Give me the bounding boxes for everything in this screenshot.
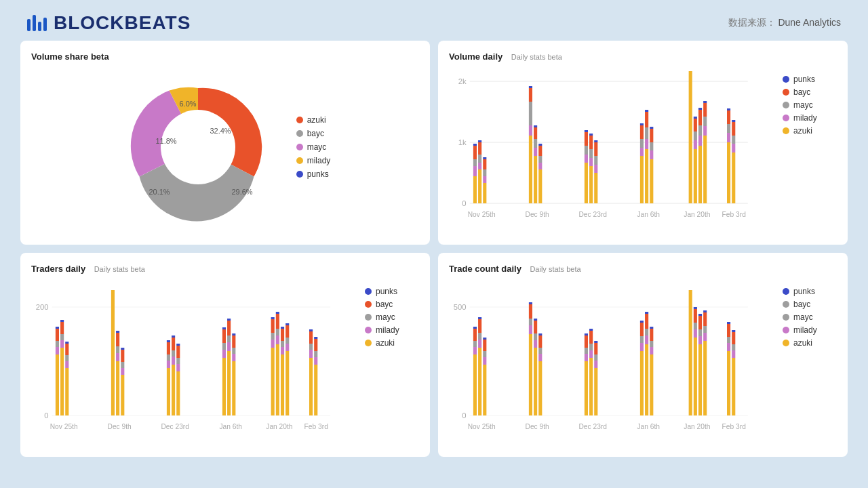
svg-text:Nov 25th: Nov 25th [468, 423, 496, 430]
legend-dot-milady [296, 157, 303, 164]
svg-rect-258 [689, 290, 692, 415]
svg-rect-163 [276, 344, 279, 415]
legend-tc-bayc: bayc [783, 300, 837, 309]
svg-rect-27 [534, 148, 537, 156]
svg-rect-66 [689, 71, 692, 203]
svg-rect-11 [478, 169, 481, 203]
svg-rect-37 [585, 155, 588, 163]
volume-daily-body: 2k 1k 0 [449, 68, 837, 230]
svg-rect-245 [640, 336, 644, 343]
svg-rect-154 [232, 354, 235, 361]
svg-rect-201 [473, 329, 477, 341]
td-bar-nov25 [56, 320, 68, 415]
svg-rect-44 [589, 136, 593, 149]
svg-rect-172 [281, 327, 284, 329]
svg-rect-76 [698, 108, 702, 110]
traders-daily-legend: punks bayc mayc milady azuki [365, 280, 419, 443]
svg-rect-108 [60, 340, 64, 348]
svg-rect-236 [589, 331, 593, 344]
svg-rect-61 [650, 159, 653, 203]
svg-rect-181 [309, 331, 313, 344]
svg-rect-115 [65, 344, 68, 355]
bar-group-jan20 [689, 71, 707, 203]
svg-rect-206 [478, 319, 481, 333]
svg-rect-140 [176, 358, 180, 364]
svg-rect-26 [534, 156, 537, 203]
svg-rect-21 [529, 136, 532, 203]
svg-rect-202 [473, 327, 477, 329]
svg-rect-155 [232, 348, 235, 354]
svg-rect-58 [645, 127, 648, 139]
svg-rect-25 [529, 86, 532, 88]
svg-rect-266 [698, 329, 702, 336]
svg-rect-65 [650, 127, 653, 129]
svg-text:500: 500 [454, 303, 467, 311]
svg-rect-114 [65, 355, 68, 361]
svg-rect-118 [116, 361, 119, 415]
svg-text:Jan 6th: Jan 6th [637, 423, 660, 430]
svg-rect-180 [309, 344, 313, 350]
svg-rect-41 [589, 166, 593, 203]
svg-rect-77 [703, 136, 707, 203]
legend-tc-mayc: mayc [783, 312, 837, 322]
svg-rect-219 [534, 340, 537, 348]
svg-rect-120 [116, 346, 119, 353]
svg-rect-169 [281, 347, 284, 354]
svg-rect-246 [640, 323, 644, 336]
svg-rect-149 [227, 342, 231, 351]
legend-vd-milady: milady [783, 113, 837, 123]
svg-rect-74 [698, 125, 702, 136]
bar-group-dec23 [585, 130, 597, 203]
svg-rect-282 [732, 332, 735, 344]
svg-rect-12 [478, 163, 481, 169]
svg-rect-132 [167, 340, 170, 342]
svg-rect-203 [478, 348, 481, 415]
svg-rect-273 [703, 310, 707, 312]
svg-rect-117 [111, 290, 115, 415]
svg-text:Dec 9th: Dec 9th [526, 423, 549, 430]
svg-text:Jan 20th: Jan 20th [684, 211, 710, 218]
legend-bayc: bayc [296, 129, 331, 138]
svg-text:Jan 20th: Jan 20th [266, 423, 292, 430]
svg-rect-263 [694, 307, 697, 309]
svg-rect-253 [650, 354, 653, 415]
svg-text:Dec 23rd: Dec 23rd [161, 423, 189, 430]
svg-rect-175 [285, 338, 289, 344]
tc-bar-nov25 [473, 317, 486, 415]
svg-rect-109 [60, 334, 64, 340]
svg-rect-137 [172, 336, 175, 338]
svg-rect-227 [538, 333, 542, 336]
svg-rect-274 [727, 351, 730, 415]
logo-icon [27, 15, 47, 31]
svg-rect-43 [589, 149, 593, 158]
svg-rect-207 [478, 317, 481, 319]
svg-rect-209 [483, 357, 486, 365]
tc-bar-dec23 [585, 329, 597, 415]
svg-rect-214 [529, 325, 532, 334]
svg-rect-71 [694, 117, 697, 119]
svg-rect-283 [732, 330, 735, 332]
svg-rect-225 [538, 348, 542, 354]
svg-rect-242 [594, 341, 597, 343]
svg-rect-134 [172, 357, 175, 365]
svg-rect-208 [483, 365, 486, 415]
svg-rect-90 [732, 122, 735, 136]
svg-rect-70 [694, 119, 697, 131]
svg-rect-105 [56, 329, 59, 341]
svg-rect-17 [483, 176, 486, 183]
legend-td-bayc: bayc [365, 300, 419, 309]
svg-rect-141 [176, 346, 180, 358]
svg-rect-184 [314, 357, 317, 365]
traders-daily-card: Traders daily Daily stats beta 200 0 [20, 253, 430, 457]
svg-rect-151 [227, 321, 231, 336]
label-azuki: 29.6% [231, 188, 252, 196]
td-bar-jan6 [222, 319, 235, 415]
legend-mayc: mayc [296, 142, 331, 152]
svg-rect-86 [727, 108, 730, 110]
svg-rect-212 [483, 338, 486, 340]
svg-rect-142 [176, 344, 180, 346]
td-bar-feb3 [309, 329, 317, 415]
svg-rect-136 [172, 338, 175, 350]
svg-text:Feb 3rd: Feb 3rd [304, 423, 328, 430]
svg-rect-145 [222, 343, 226, 350]
